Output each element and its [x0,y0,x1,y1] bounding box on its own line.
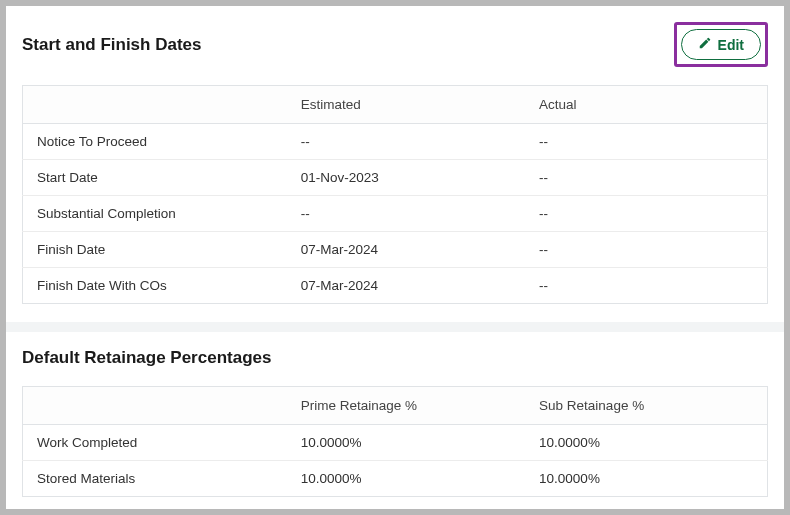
table-row: Substantial Completion -- -- [23,196,768,232]
row-label: Finish Date With COs [23,268,291,304]
dates-section-title: Start and Finish Dates [22,35,201,55]
retainage-table: Prime Retainage % Sub Retainage % Work C… [22,386,768,497]
row-prime: 10.0000% [291,461,529,497]
retainage-table-header-row: Prime Retainage % Sub Retainage % [23,387,768,425]
retainage-section-header: Default Retainage Percentages [22,348,768,368]
row-estimated: 01-Nov-2023 [291,160,529,196]
table-row: Stored Materials 10.0000% 10.0000% [23,461,768,497]
table-row: Start Date 01-Nov-2023 -- [23,160,768,196]
table-row: Finish Date 07-Mar-2024 -- [23,232,768,268]
table-row: Finish Date With COs 07-Mar-2024 -- [23,268,768,304]
pencil-icon [698,36,712,53]
dates-table-header-row: Estimated Actual [23,86,768,124]
table-row: Notice To Proceed -- -- [23,124,768,160]
dates-col-actual: Actual [529,86,767,124]
row-estimated: 07-Mar-2024 [291,232,529,268]
retainage-section-title: Default Retainage Percentages [22,348,271,368]
section-divider [6,322,784,332]
row-sub: 10.0000% [529,461,767,497]
row-estimated: 07-Mar-2024 [291,268,529,304]
retainage-col-sub: Sub Retainage % [529,387,767,425]
row-actual: -- [529,196,767,232]
retainage-col-prime: Prime Retainage % [291,387,529,425]
edit-button-label: Edit [718,37,744,53]
dates-col-blank [23,86,291,124]
row-actual: -- [529,268,767,304]
row-actual: -- [529,232,767,268]
row-estimated: -- [291,124,529,160]
dates-col-estimated: Estimated [291,86,529,124]
retainage-col-blank [23,387,291,425]
row-prime: 10.0000% [291,425,529,461]
row-estimated: -- [291,196,529,232]
edit-button[interactable]: Edit [681,29,761,60]
row-label: Stored Materials [23,461,291,497]
edit-highlight: Edit [674,22,768,67]
row-label: Finish Date [23,232,291,268]
dates-section: Start and Finish Dates Edit Estimated Ac… [6,6,784,322]
row-actual: -- [529,124,767,160]
page-container: Start and Finish Dates Edit Estimated Ac… [6,6,784,509]
row-label: Substantial Completion [23,196,291,232]
row-sub: 10.0000% [529,425,767,461]
row-label: Notice To Proceed [23,124,291,160]
table-row: Work Completed 10.0000% 10.0000% [23,425,768,461]
row-label: Start Date [23,160,291,196]
row-actual: -- [529,160,767,196]
dates-table: Estimated Actual Notice To Proceed -- --… [22,85,768,304]
dates-section-header: Start and Finish Dates Edit [22,22,768,67]
row-label: Work Completed [23,425,291,461]
retainage-section: Default Retainage Percentages Prime Reta… [6,332,784,509]
